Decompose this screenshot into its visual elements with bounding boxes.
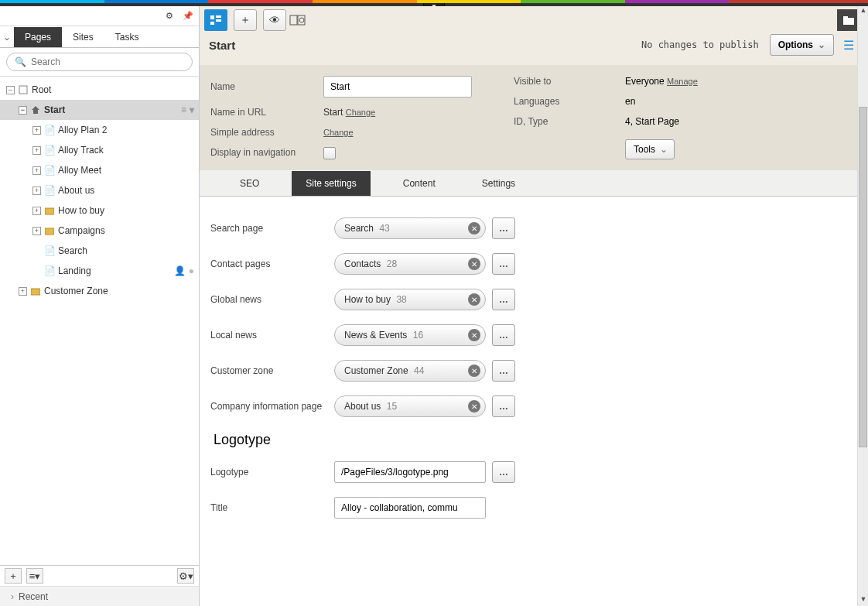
- field-label: Global news: [210, 294, 334, 305]
- page-icon: 📄: [44, 265, 55, 276]
- browse-button[interactable]: …: [492, 253, 515, 275]
- page-ref-chip[interactable]: Search 43✕: [334, 217, 486, 239]
- clear-icon[interactable]: ✕: [468, 329, 480, 341]
- tab-sites[interactable]: Sites: [62, 27, 104, 47]
- tab-content[interactable]: Content: [389, 171, 449, 196]
- menu-icon[interactable]: ≡: [181, 104, 186, 115]
- svg-rect-13: [843, 16, 848, 19]
- svg-rect-0: [19, 86, 27, 94]
- clear-icon[interactable]: ✕: [468, 400, 480, 413]
- add-button[interactable]: +: [5, 568, 22, 584]
- tree-label: Search: [58, 245, 87, 256]
- tree-node[interactable]: 📄Landing👤●: [0, 261, 199, 281]
- chevron-down-icon: ⌄: [818, 39, 825, 50]
- tools-dropdown[interactable]: Tools⌄: [625, 139, 675, 159]
- tree-label: Alloy Track: [58, 145, 104, 156]
- browse-button[interactable]: …: [492, 217, 515, 239]
- field-label: Company information page: [210, 401, 334, 412]
- change-link[interactable]: Change: [323, 128, 354, 137]
- list-button[interactable]: ≡▾: [26, 568, 43, 584]
- page-icon: 📄: [44, 145, 55, 156]
- browse-button[interactable]: …: [492, 289, 515, 310]
- tree-label: Root: [32, 84, 51, 95]
- tree-node[interactable]: +How to buy: [0, 200, 199, 221]
- tree-node[interactable]: +📄About us: [0, 180, 199, 200]
- change-link[interactable]: Change: [346, 108, 376, 117]
- search-input[interactable]: [31, 56, 184, 67]
- tree-label: About us: [58, 185, 94, 196]
- search-icon: 🔍: [15, 56, 26, 67]
- tab-seo[interactable]: SEO: [226, 171, 273, 196]
- tabs-caret-icon[interactable]: ⌄: [0, 32, 14, 47]
- svg-rect-4: [31, 289, 40, 295]
- tree-node-start[interactable]: − Start ≡▾: [0, 100, 199, 120]
- tab-site-settings[interactable]: Site settings: [292, 171, 370, 196]
- page-ref-chip[interactable]: About us 15✕: [334, 395, 486, 417]
- page-ref-chip[interactable]: Contacts 28✕: [334, 253, 486, 275]
- visible-to-value: Everyone: [625, 76, 665, 87]
- tree-label: Start: [44, 104, 65, 115]
- display-nav-checkbox[interactable]: [323, 147, 336, 159]
- tab-pages[interactable]: Pages: [14, 27, 62, 47]
- label-name: Name: [210, 76, 323, 98]
- scroll-thumb[interactable]: [859, 107, 867, 447]
- field-label: Search page: [210, 223, 334, 234]
- page-ref-chip[interactable]: How to buy 38✕: [334, 289, 486, 310]
- preview-button[interactable]: 👁: [263, 9, 286, 31]
- field-label: Contact pages: [210, 258, 334, 269]
- tree-node-root[interactable]: − Root: [0, 80, 199, 100]
- clear-icon[interactable]: ✕: [468, 222, 480, 235]
- chevron-down-icon[interactable]: ▾: [190, 104, 194, 115]
- browse-button[interactable]: …: [492, 360, 515, 382]
- tree-label: Alloy Meet: [58, 165, 101, 176]
- browse-button[interactable]: …: [492, 324, 515, 346]
- user-icon: 👤: [174, 265, 186, 276]
- tree-nav-icon[interactable]: [204, 9, 227, 31]
- languages-value: en: [625, 96, 826, 107]
- settings-button[interactable]: ⚙▾: [177, 568, 194, 584]
- compare-button[interactable]: [286, 9, 309, 31]
- tree-node-customer-zone[interactable]: +Customer Zone: [0, 281, 199, 301]
- list-view-icon[interactable]: ☰: [843, 38, 854, 53]
- scroll-down-icon[interactable]: ▼: [858, 595, 868, 606]
- tree-node[interactable]: 📄Search: [0, 241, 199, 261]
- page-icon: [18, 84, 29, 95]
- name-input[interactable]: [323, 76, 472, 98]
- scroll-up-icon[interactable]: ▲: [858, 6, 868, 17]
- tree-node[interactable]: +Campaigns: [0, 221, 199, 241]
- add-button[interactable]: ＋: [234, 9, 257, 31]
- folder-icon: [44, 205, 55, 216]
- svg-rect-3: [45, 228, 54, 235]
- tree-node[interactable]: +📄Alloy Track: [0, 140, 199, 160]
- svg-rect-12: [843, 18, 854, 25]
- properties-header: Name Name in URL Simple address Display …: [200, 65, 868, 170]
- page-ref-chip[interactable]: News & Events 16✕: [334, 324, 486, 346]
- options-button[interactable]: Options⌄: [770, 34, 834, 56]
- tab-tasks[interactable]: Tasks: [104, 27, 150, 47]
- page-ref-chip[interactable]: Customer Zone 44✕: [334, 360, 486, 382]
- tree-node[interactable]: +📄Alloy Plan 2: [0, 120, 199, 140]
- tree-node[interactable]: +📄Alloy Meet: [0, 160, 199, 180]
- tab-settings[interactable]: Settings: [468, 171, 529, 196]
- title-input[interactable]: [334, 497, 486, 519]
- name-url-value: Start: [323, 107, 343, 118]
- tree-label: Campaigns: [58, 225, 105, 236]
- clear-icon[interactable]: ✕: [468, 365, 480, 377]
- clear-icon[interactable]: ✕: [468, 293, 480, 306]
- tree-label: Customer Zone: [44, 286, 108, 296]
- svg-rect-7: [216, 19, 221, 22]
- scrollbar[interactable]: ▲ ▼: [857, 6, 868, 606]
- label-id-type: ID, Type: [514, 116, 625, 127]
- recent-label: Recent: [19, 591, 48, 602]
- browse-button[interactable]: …: [492, 395, 515, 417]
- manage-link[interactable]: Manage: [667, 77, 698, 86]
- logotype-input[interactable]: [334, 461, 486, 483]
- browse-button[interactable]: …: [492, 461, 515, 483]
- pin-icon[interactable]: 📌: [180, 9, 196, 23]
- recent-toggle[interactable]: ›Recent: [0, 586, 199, 606]
- gear-icon[interactable]: ⚙: [162, 9, 177, 23]
- clear-icon[interactable]: ✕: [468, 258, 480, 270]
- home-icon: [30, 104, 41, 115]
- svg-rect-8: [210, 22, 214, 25]
- label-simple-address: Simple address: [210, 127, 323, 138]
